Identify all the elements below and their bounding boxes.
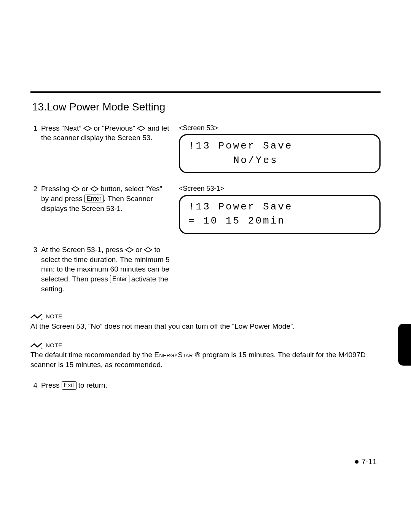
- lcd-line: = 10 15 20min: [188, 214, 371, 228]
- text-fragment: Press: [41, 381, 62, 389]
- left-diamond-icon: [71, 186, 80, 192]
- section-title: 13.Low Power Mode Setting: [32, 100, 381, 114]
- instruction-row: 1 Press “Next” or “Previous” and let the…: [30, 123, 381, 174]
- note-header: NOTE: [30, 313, 381, 320]
- note-icon: [30, 313, 43, 320]
- next-diamond-icon: [83, 125, 92, 131]
- text-fragment: The default time recommended by the: [30, 351, 154, 359]
- enter-key: Enter: [110, 275, 129, 283]
- right-diamond-icon: [90, 186, 99, 192]
- step-number: 3: [30, 245, 37, 294]
- document-page: 13.Low Power Mode Setting 1 Press “Next”…: [0, 0, 411, 532]
- enter-key: Enter: [84, 195, 104, 203]
- text-fragment: or “Previous”: [92, 124, 137, 132]
- step-left: 3 At the Screen 53-1, press or to select…: [30, 245, 171, 294]
- right-diamond-icon: [144, 247, 152, 253]
- instruction-row: 3 At the Screen 53-1, press or to select…: [30, 245, 381, 294]
- lcd-screen-53-1: !13 Power Save = 10 15 20min: [179, 195, 381, 234]
- note-icon: [30, 342, 43, 349]
- note-label: NOTE: [46, 313, 62, 320]
- note-label: NOTE: [46, 342, 62, 349]
- text-fragment: Pressing: [41, 185, 71, 193]
- text-fragment: or: [80, 185, 90, 193]
- brand-name: EnergyStar: [154, 351, 193, 359]
- bullet-icon: ●: [354, 456, 359, 467]
- step-left: 1 Press “Next” or “Previous” and let the…: [30, 123, 171, 143]
- screen-caption: <Screen 53-1>: [179, 184, 381, 193]
- section-rule: [30, 91, 381, 93]
- page-number: ● 7-11: [354, 456, 377, 467]
- text-fragment: or: [134, 246, 144, 254]
- screen-block: <Screen 53-1> !13 Power Save = 10 15 20m…: [179, 184, 381, 234]
- thumb-tab: [398, 324, 411, 366]
- note-body: The default time recommended by the Ener…: [30, 350, 381, 369]
- instruction-row: 2 Pressing or button, select “Yes” by an…: [30, 184, 381, 234]
- step-number: 4: [30, 380, 37, 390]
- note-header: NOTE: [30, 342, 381, 349]
- page-number-text: 7-11: [362, 457, 377, 467]
- note-body: At the Screen 53, “No” does not mean tha…: [30, 321, 381, 331]
- previous-diamond-icon: [137, 125, 145, 131]
- step-number: 1: [30, 123, 37, 143]
- step-text: Press Exit to return.: [41, 380, 381, 390]
- step-text: Press “Next” or “Previous” and let the s…: [41, 123, 171, 143]
- text-fragment: Press “Next”: [41, 124, 83, 132]
- step-number: 2: [30, 184, 37, 213]
- screen-caption: <Screen 53>: [179, 123, 381, 133]
- lcd-line: !13 Power Save: [188, 200, 371, 214]
- step-text: At the Screen 53-1, press or to select t…: [41, 245, 171, 294]
- step-left: 2 Pressing or button, select “Yes” by an…: [30, 184, 171, 213]
- instruction-row: 4 Press Exit to return.: [30, 380, 381, 390]
- exit-key: Exit: [62, 381, 76, 390]
- step-text: Pressing or button, select “Yes” by and …: [41, 184, 171, 213]
- lcd-screen-53: !13 Power Save No/Yes: [179, 134, 381, 173]
- screen-block: <Screen 53> !13 Power Save No/Yes: [179, 123, 381, 174]
- note-block: NOTE At the Screen 53, “No” does not mea…: [30, 313, 381, 331]
- lcd-line: No/Yes: [188, 153, 371, 168]
- note-block: NOTE The default time recommended by the…: [30, 342, 381, 370]
- left-diamond-icon: [125, 247, 134, 253]
- lcd-line: !13 Power Save: [188, 139, 371, 153]
- text-fragment: At the Screen 53-1, press: [41, 246, 125, 254]
- text-fragment: to return.: [76, 381, 107, 389]
